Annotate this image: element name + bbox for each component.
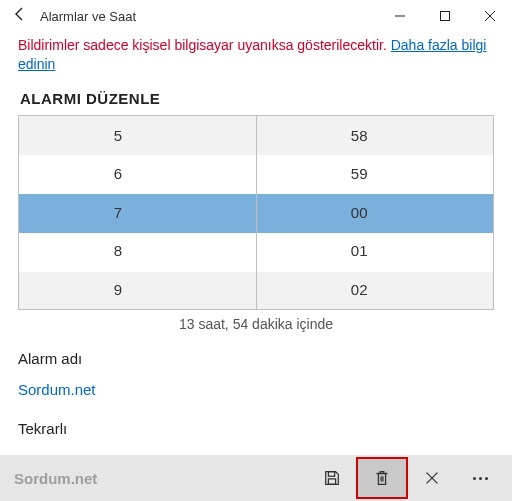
svg-rect-4 — [328, 472, 334, 477]
cancel-button[interactable] — [408, 459, 456, 497]
svg-rect-5 — [328, 479, 335, 484]
save-icon — [323, 469, 341, 487]
hour-option[interactable]: 7 — [19, 193, 256, 232]
minute-column[interactable]: 58 59 00 01 02 — [256, 116, 493, 309]
delete-button[interactable] — [358, 459, 406, 497]
time-picker[interactable]: 5 6 7 8 9 58 59 00 01 02 — [18, 115, 494, 310]
maximize-button[interactable] — [422, 0, 467, 32]
notification-banner: Bildirimler sadece kişisel bilgisayar uy… — [0, 32, 512, 82]
minute-option[interactable]: 00 — [256, 193, 493, 232]
hour-column[interactable]: 5 6 7 8 9 — [19, 116, 256, 309]
command-bar: Sordum.net — [0, 455, 512, 501]
hour-option[interactable]: 5 — [19, 116, 256, 155]
hour-option[interactable]: 8 — [19, 232, 256, 271]
brand-text: Sordum.net — [14, 470, 308, 487]
alarm-name-value[interactable]: Sordum.net — [18, 381, 494, 398]
trash-icon — [373, 469, 391, 487]
minimize-button[interactable] — [377, 0, 422, 32]
page-heading: ALARMI DÜZENLE — [20, 90, 494, 107]
hour-option[interactable]: 9 — [19, 270, 256, 309]
repeat-label: Tekrarlı — [18, 420, 494, 437]
countdown-text: 13 saat, 54 dakika içinde — [18, 310, 494, 342]
more-button[interactable] — [456, 459, 504, 497]
minute-option[interactable]: 58 — [256, 116, 493, 155]
save-button[interactable] — [308, 459, 356, 497]
window-title: Alarmlar ve Saat — [34, 9, 377, 24]
window-controls — [377, 0, 512, 32]
notification-text: Bildirimler sadece kişisel bilgisayar uy… — [18, 37, 391, 53]
alarm-name-label: Alarm adı — [18, 350, 494, 367]
titlebar: Alarmlar ve Saat — [0, 0, 512, 32]
content-area: ALARMI DÜZENLE 5 6 7 8 9 58 59 00 01 02 … — [0, 82, 512, 455]
minute-option[interactable]: 01 — [256, 232, 493, 271]
minute-option[interactable]: 59 — [256, 154, 493, 193]
back-button[interactable] — [6, 6, 34, 26]
close-button[interactable] — [467, 0, 512, 32]
minute-option[interactable]: 02 — [256, 270, 493, 309]
close-icon — [423, 469, 441, 487]
delete-button-highlight — [356, 457, 408, 499]
hour-option[interactable]: 6 — [19, 154, 256, 193]
svg-rect-1 — [440, 12, 449, 21]
ellipsis-icon — [473, 477, 488, 480]
